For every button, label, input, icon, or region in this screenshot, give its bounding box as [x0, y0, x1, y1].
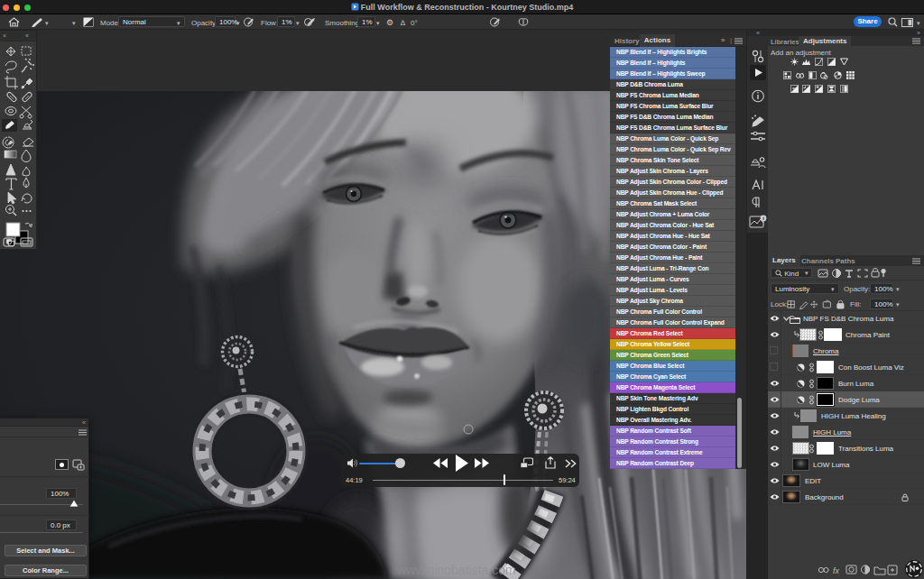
svg-text:fx: fx	[833, 566, 840, 575]
svg-text:www.ninobatista.com: www.ninobatista.com	[396, 563, 516, 577]
